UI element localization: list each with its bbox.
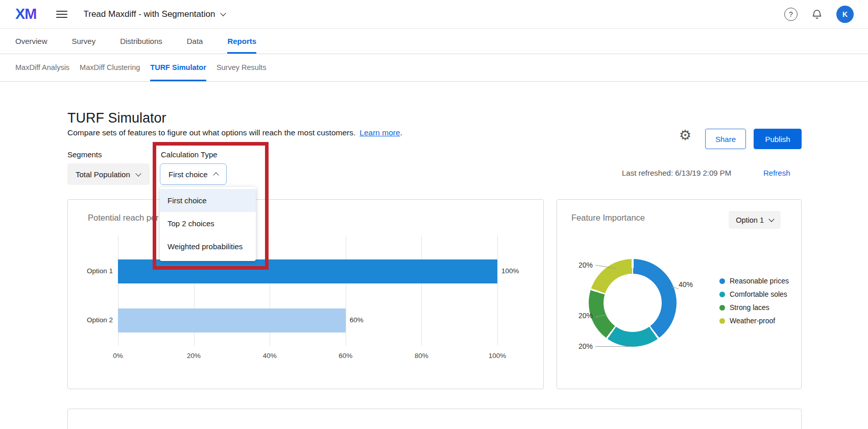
turf-simulator-page: XM Tread Maxdiff - with Segmentation ? K… <box>0 0 868 429</box>
legend-item-comfortable-soles: Comfortable soles <box>719 290 789 298</box>
legend-label: Weather-proof <box>730 317 775 325</box>
project-title: Tread Maxdiff - with Segmentation <box>84 9 215 19</box>
menu-item-first-choice[interactable]: First choice <box>160 189 256 212</box>
tab-distributions[interactable]: Distributions <box>120 29 162 54</box>
share-button[interactable]: Share <box>705 129 746 149</box>
tab-data[interactable]: Data <box>187 29 203 54</box>
segments-label: Segments <box>67 150 102 159</box>
page-description: Compare sets of features to figure out w… <box>67 128 402 137</box>
chevron-down-icon <box>768 216 774 222</box>
legend-dot <box>719 278 725 284</box>
x-axis-tick-label: 60% <box>330 352 361 360</box>
chevron-down-icon <box>221 10 226 16</box>
segments-dropdown-value: Total Population <box>76 170 130 179</box>
legend-dot <box>719 305 725 311</box>
legend-item-strong-laces: Strong laces <box>719 303 789 312</box>
gridline <box>421 235 422 346</box>
feature-importance-option-dropdown[interactable]: Option 1 <box>729 211 781 229</box>
settings-gear-icon[interactable]: ⚙ <box>679 129 691 142</box>
gridline <box>497 235 498 346</box>
project-title-dropdown[interactable]: Tread Maxdiff - with Segmentation <box>84 9 226 19</box>
x-axis-tick-label: 80% <box>406 352 437 360</box>
donut-legend: Reasonable pricesComfortable solesStrong… <box>719 277 789 325</box>
donut-slice-label: 40% <box>679 280 693 289</box>
bar-option-2[interactable] <box>118 308 346 332</box>
menu-item-weighted-probabilities[interactable]: Weighted probabilities <box>160 235 256 258</box>
menu-item-top-2-choices[interactable]: Top 2 choices <box>160 212 256 235</box>
tab-reports[interactable]: Reports <box>227 29 256 54</box>
subtab-turf-simulator[interactable]: TURF Simulator <box>150 54 206 81</box>
legend-dot <box>719 318 725 324</box>
page-title: TURF Simulator <box>67 110 166 126</box>
top-bar: XM Tread Maxdiff - with Segmentation ? K <box>0 0 868 29</box>
bar-chart-title: Potential reach per <box>88 213 159 223</box>
leader-line <box>595 346 632 347</box>
subtab-maxdiff-analysis[interactable]: MaxDiff Analysis <box>15 54 69 81</box>
chevron-up-icon <box>213 172 219 178</box>
x-axis-tick-label: 20% <box>179 352 209 360</box>
segments-dropdown[interactable]: Total Population <box>67 163 150 185</box>
x-axis-tick-label: 0% <box>103 352 133 360</box>
bar-value-label: 60% <box>350 316 364 324</box>
legend-label: Strong laces <box>730 303 769 312</box>
xm-logo[interactable]: XM <box>15 6 37 22</box>
feature-importance-card: Feature Importance Option 1 40% 20% 20% … <box>557 199 802 389</box>
notifications-bell-icon[interactable] <box>811 8 823 20</box>
gridline <box>346 235 346 346</box>
donut-hole <box>604 274 662 332</box>
user-avatar[interactable]: K <box>836 6 854 23</box>
legend-label: Reasonable prices <box>730 277 789 285</box>
hamburger-menu-icon[interactable] <box>56 9 67 20</box>
donut-slice-label: 20% <box>569 312 593 320</box>
next-section-card <box>67 409 802 429</box>
legend-dot <box>719 292 725 297</box>
donut-chart-title: Feature Importance <box>571 213 645 223</box>
donut-slice-label: 20% <box>569 261 593 269</box>
subtab-survey-results[interactable]: Survey Results <box>216 54 267 81</box>
potential-reach-card: Potential reach per 0%20%40%60%80%100%Op… <box>67 199 544 389</box>
bar-option-1[interactable] <box>118 259 497 283</box>
report-subtabs: MaxDiff AnalysisMaxDiff ClusteringTURF S… <box>0 54 868 82</box>
legend-label: Comfortable soles <box>730 290 787 298</box>
option-dropdown-value: Option 1 <box>736 216 764 224</box>
calculation-type-label: Calculation Type <box>161 150 218 159</box>
bar-category-label: Option 1 <box>62 267 113 275</box>
legend-item-weather-proof: Weather-proof <box>719 317 789 325</box>
calculation-type-dropdown[interactable]: First choice <box>160 163 227 185</box>
bar-value-label: 100% <box>501 267 519 275</box>
x-axis-tick-label: 100% <box>482 352 513 360</box>
subtab-maxdiff-clustering[interactable]: MaxDiff Clustering <box>80 54 140 81</box>
publish-button[interactable]: Publish <box>754 129 802 149</box>
chevron-down-icon <box>135 171 141 176</box>
donut-chart <box>589 259 677 347</box>
bar-category-label: Option 2 <box>62 316 113 324</box>
learn-more-link[interactable]: Learn more <box>359 128 400 137</box>
tab-overview[interactable]: Overview <box>15 29 47 54</box>
x-axis-tick-label: 40% <box>254 352 285 360</box>
refresh-link[interactable]: Refresh <box>763 169 790 177</box>
calculation-type-menu: First choiceTop 2 choicesWeighted probab… <box>160 187 256 261</box>
tab-survey[interactable]: Survey <box>72 29 96 54</box>
calculation-type-value: First choice <box>168 170 208 179</box>
legend-item-reasonable-prices: Reasonable prices <box>719 277 789 285</box>
primary-tabs: OverviewSurveyDistributionsDataReports <box>0 29 868 54</box>
last-refreshed-text: Last refreshed: 6/13/19 2:09 PM <box>622 169 731 177</box>
donut-slice-label: 20% <box>569 342 593 350</box>
help-icon[interactable]: ? <box>784 8 798 21</box>
